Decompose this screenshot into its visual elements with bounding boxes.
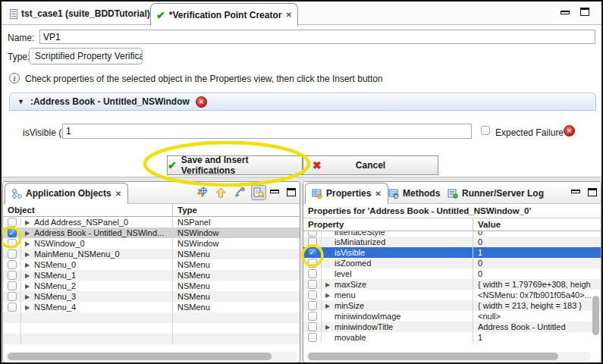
expander-icon[interactable]: ▶ xyxy=(25,283,32,290)
type-select[interactable]: Scriptified Property Verifications xyxy=(29,48,143,64)
up-arrow-icon[interactable] xyxy=(213,185,228,200)
table-row[interactable]: ▶NSWindow_0NSWindow xyxy=(3,238,300,249)
tab-application-objects[interactable]: Application Objects ✕ xyxy=(5,183,128,204)
row-checkbox[interactable] xyxy=(308,237,317,246)
row-checkbox[interactable] xyxy=(308,290,317,300)
table-row[interactable]: ▶menu<NSMenu: 0x7fb901f05a40>... xyxy=(303,290,601,300)
table-row[interactable]: ✓isVisible1 xyxy=(303,247,601,258)
table-row[interactable]: ▶NSMenu_1NSMenu xyxy=(3,270,300,281)
cancel-button[interactable]: ✖ Cancel xyxy=(303,155,438,175)
row-checkbox[interactable] xyxy=(8,218,17,227)
expander-icon[interactable]: ▶ xyxy=(25,240,32,247)
object-table-body: ▶Add Address_NSPanel_0NSPanel✓▶Address B… xyxy=(3,217,300,344)
tab-methods[interactable]: M Methods xyxy=(382,183,446,204)
column-value[interactable]: Value xyxy=(473,220,601,229)
table-row[interactable]: isMiniaturized0 xyxy=(303,237,601,247)
minimize-icon[interactable] xyxy=(270,190,279,193)
svg-text:M: M xyxy=(394,193,397,198)
table-row[interactable]: isZoomed0 xyxy=(303,258,601,268)
expander-icon[interactable]: ▶ xyxy=(25,219,32,226)
table-row[interactable]: level0 xyxy=(303,268,601,279)
tab-properties[interactable]: Properties ✕ xyxy=(305,183,388,204)
horizontal-scrollbar[interactable] xyxy=(306,352,591,361)
row-checkbox[interactable] xyxy=(308,231,317,237)
table-row[interactable]: ✓▶Address Book - Untitled_NSWind...NSWin… xyxy=(3,228,300,238)
row-checkbox[interactable]: ✓ xyxy=(308,248,317,257)
table-row[interactable]: ▶NSMenu_2NSMenu xyxy=(3,281,300,291)
table-row[interactable]: miniwindowImage<null> xyxy=(303,311,601,322)
table-row[interactable]: ▶maxSize{ width = 1.79769e+308, heigh xyxy=(303,279,601,290)
expected-failure-checkbox[interactable] xyxy=(481,126,490,135)
maximize-icon[interactable] xyxy=(287,188,296,196)
table-row[interactable]: ▶NSMenu_3NSMenu xyxy=(3,291,300,302)
scrollbar-thumb[interactable] xyxy=(8,353,272,360)
row-checkbox[interactable] xyxy=(8,303,17,312)
close-icon[interactable]: ✕ xyxy=(375,190,381,198)
tab-runner-server-log[interactable]: Runner/Server Log xyxy=(441,183,550,204)
row-checkbox[interactable] xyxy=(8,260,17,269)
table-row[interactable]: interfaceStyle0 xyxy=(303,231,601,237)
table-row[interactable]: ▶minSize{ width = 213, height = 183 } xyxy=(303,300,601,311)
scrollbar-thumb[interactable] xyxy=(308,353,558,360)
table-row[interactable]: ▶Add Address_NSPanel_0NSPanel xyxy=(3,217,300,228)
object-picker-icon[interactable] xyxy=(232,185,247,200)
expander-icon[interactable]: ▶ xyxy=(25,251,32,258)
close-icon[interactable]: ✕ xyxy=(115,190,121,198)
row-name: minSize xyxy=(334,301,364,310)
empty-row xyxy=(3,334,300,344)
vertical-scrollbar-thumb[interactable] xyxy=(592,296,599,335)
tab-verification-point-creator[interactable]: ✔ *Verification Point Creator ✕ xyxy=(150,3,298,26)
row-checkbox[interactable] xyxy=(8,281,17,290)
row-checkbox[interactable] xyxy=(8,249,17,259)
row-checkbox[interactable]: ✓ xyxy=(8,228,17,237)
name-input[interactable] xyxy=(39,30,595,44)
table-row[interactable]: ▶NSMenu_0NSMenu xyxy=(3,259,300,270)
expander-icon[interactable]: ▶ xyxy=(325,281,332,288)
methods-icon: M xyxy=(388,189,399,199)
object-sync-icon[interactable] xyxy=(194,185,209,200)
row-checkbox[interactable] xyxy=(308,312,317,321)
expander-icon[interactable]: ▶ xyxy=(25,304,32,311)
row-checkbox[interactable] xyxy=(308,322,317,331)
table-row[interactable]: ▶miniwindowTitleAddress Book - Untitled xyxy=(303,322,601,332)
editor-tabbar: tst_case1 (suite_BDDTutorial) ✕ ✔ *Verif… xyxy=(2,2,601,25)
object-table-header[interactable]: Object Type xyxy=(3,204,300,217)
table-row[interactable]: movable1 xyxy=(303,332,601,343)
expander-icon[interactable]: ▶ xyxy=(25,293,32,300)
properties-table-header[interactable]: Property Value xyxy=(303,218,601,231)
expander-icon[interactable]: ▶ xyxy=(325,292,332,299)
tab-tst-case1[interactable]: tst_case1 (suite_BDDTutorial) ✕ xyxy=(5,3,166,24)
row-checkbox[interactable] xyxy=(308,259,317,268)
row-checkbox[interactable] xyxy=(308,301,317,310)
minimize-icon[interactable] xyxy=(571,190,580,193)
column-object[interactable]: Object xyxy=(3,204,173,216)
expander-icon[interactable]: ▶ xyxy=(25,272,32,279)
expander-icon[interactable]: ▶ xyxy=(325,303,332,309)
collapse-icon[interactable]: ▼ xyxy=(17,98,24,105)
row-checkbox[interactable] xyxy=(8,292,17,301)
highlight-object-icon[interactable] xyxy=(251,185,266,200)
row-checkbox[interactable] xyxy=(8,239,17,248)
row-checkbox[interactable] xyxy=(308,269,317,278)
expander-icon[interactable]: ▶ xyxy=(25,262,32,268)
minimize-icon[interactable] xyxy=(561,11,570,14)
save-and-insert-button[interactable]: ✔ Save and Insert Verifications xyxy=(167,155,303,175)
object-section-header[interactable]: ▼ :Address Book - Untitled_NSWindow ✕ xyxy=(9,93,596,111)
expander-icon[interactable]: ▶ xyxy=(325,324,332,331)
row-checkbox[interactable] xyxy=(308,333,317,342)
row-checkbox[interactable] xyxy=(8,271,17,280)
remove-object-icon[interactable]: ✕ xyxy=(196,96,207,108)
properties-table-icon xyxy=(312,189,322,199)
row-checkbox[interactable] xyxy=(308,280,317,289)
maximize-icon[interactable] xyxy=(580,8,589,16)
column-type[interactable]: Type xyxy=(173,206,300,215)
remove-property-icon[interactable]: ✕ xyxy=(564,125,575,136)
property-value-input[interactable] xyxy=(62,124,472,139)
horizontal-scrollbar[interactable] xyxy=(5,352,297,361)
table-row[interactable]: ▶MainMenu_NSMenu_0NSMenu xyxy=(3,249,300,259)
column-property[interactable]: Property xyxy=(303,218,473,231)
close-icon[interactable]: ✕ xyxy=(285,11,291,19)
maximize-icon[interactable] xyxy=(588,188,597,196)
expander-icon[interactable]: ▶ xyxy=(25,230,32,237)
table-row[interactable]: ▶NSMenu_4NSMenu xyxy=(3,302,300,312)
